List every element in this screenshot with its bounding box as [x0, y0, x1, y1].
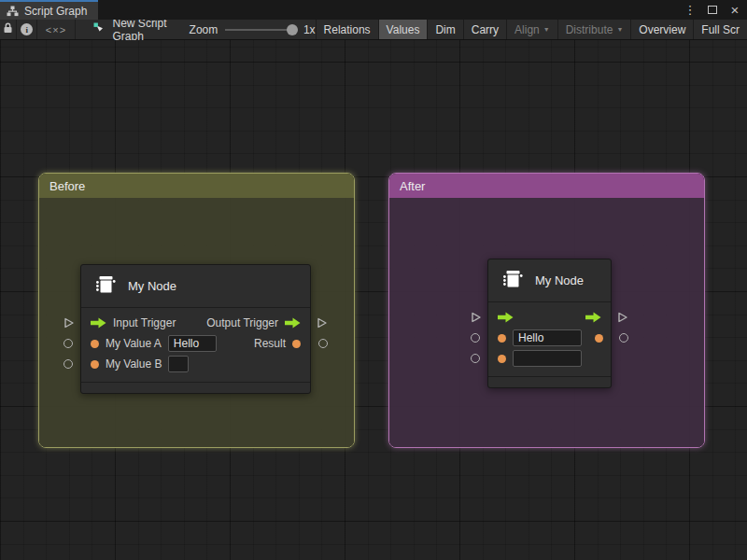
kebab-menu-icon: ⋮ [684, 3, 697, 17]
port-label-output-trigger: Output Trigger [206, 316, 278, 329]
graph-toolbar: i <×> New Script Graph Zoom 1x Relations… [0, 20, 747, 40]
value-port-icon[interactable] [91, 360, 99, 369]
value-port-icon[interactable] [595, 334, 603, 343]
value-a-input[interactable] [168, 335, 217, 352]
graph-canvas[interactable]: Before After My Node [0, 40, 747, 560]
zoom-label: Zoom [190, 23, 218, 36]
lock-button[interactable] [0, 20, 17, 39]
fullscreen-button[interactable]: Full Scr [693, 20, 747, 39]
port-label-result: Result [254, 337, 286, 350]
port-row-triggers [488, 307, 611, 328]
values-button[interactable]: Values [378, 20, 428, 39]
overview-button[interactable]: Overview [630, 20, 693, 39]
distribute-button[interactable]: Distribute ▼ [557, 20, 631, 39]
port-row-value-b [488, 348, 611, 369]
node-header[interactable]: My Node [488, 259, 611, 302]
close-button[interactable]: × [726, 2, 743, 19]
port-label-input-trigger: Input Trigger [113, 316, 176, 329]
node-header[interactable]: My Node [81, 265, 310, 308]
node-footer [488, 376, 611, 387]
value-output-connector[interactable] [619, 333, 628, 343]
value-input-connector[interactable] [63, 359, 73, 369]
chevron-down-icon: ▼ [616, 26, 623, 33]
port-label-my-value-b: My Value B [106, 357, 162, 371]
flow-port-icon[interactable] [585, 312, 601, 323]
maximize-button[interactable] [704, 2, 721, 19]
value-b-input[interactable] [168, 356, 189, 372]
node-footer [81, 382, 310, 393]
flow-port-icon[interactable] [285, 317, 301, 329]
flow-input-connector[interactable] [63, 317, 75, 329]
align-button[interactable]: Align ▼ [506, 20, 557, 39]
group-before-label: Before [49, 179, 85, 193]
value-port-icon[interactable] [498, 355, 506, 363]
port-row-value-b: My Value B [81, 354, 310, 374]
code-icon: <×> [46, 24, 66, 35]
group-after-header[interactable]: After [389, 174, 704, 198]
zoom-value: 1x [303, 23, 316, 36]
value-port-icon[interactable] [292, 340, 301, 348]
group-before-header[interactable]: Before [39, 174, 354, 198]
tab-label: Script Graph [24, 5, 87, 18]
value-output-connector[interactable] [318, 339, 328, 348]
flow-port-icon[interactable] [91, 317, 106, 329]
graph-name-label: New Script Graph [113, 17, 190, 43]
port-label-my-value-a: My Value A [106, 337, 162, 350]
group-after-label: After [400, 179, 425, 193]
maximize-icon [708, 6, 717, 14]
flow-output-connector[interactable] [617, 312, 628, 324]
close-icon: × [731, 2, 740, 18]
value-port-icon[interactable] [498, 334, 506, 343]
dim-button[interactable]: Dim [427, 20, 462, 39]
value-input-connector[interactable] [471, 333, 480, 343]
lock-icon [3, 22, 13, 36]
info-icon: i [21, 23, 33, 35]
node-title: My Node [535, 273, 584, 287]
value-input-connector[interactable] [471, 354, 480, 363]
flow-port-icon[interactable] [498, 312, 514, 323]
flow-input-connector[interactable] [471, 312, 482, 324]
window-menu-button[interactable]: ⋮ [682, 2, 698, 19]
node-title: My Node [128, 279, 176, 293]
relations-button[interactable]: Relations [316, 20, 378, 39]
code-preview-button[interactable]: <×> [37, 20, 75, 39]
unit-icon [500, 267, 525, 294]
port-row-value-a [488, 328, 611, 348]
window-tab-bar: Script Graph ⋮ × [0, 0, 747, 20]
value-input-connector[interactable] [63, 339, 73, 348]
script-graph-icon [7, 6, 19, 17]
info-button[interactable]: i [17, 20, 37, 39]
node-after-my-node[interactable]: My Node [487, 259, 612, 388]
carry-button[interactable]: Carry [463, 20, 506, 39]
zoom-slider-handle[interactable] [287, 24, 298, 35]
unit-icon [93, 273, 118, 300]
zoom-slider[interactable] [225, 29, 296, 31]
value-a-input[interactable] [513, 329, 582, 346]
graph-asset-icon [92, 21, 106, 37]
flow-output-connector[interactable] [317, 317, 328, 329]
value-b-input[interactable] [513, 350, 582, 367]
port-row-triggers: Input Trigger Output Trigger [81, 313, 310, 333]
chevron-down-icon: ▼ [543, 26, 550, 33]
tab-script-graph[interactable]: Script Graph [0, 0, 98, 20]
port-row-value-a: My Value A Result [81, 333, 310, 354]
value-port-icon[interactable] [91, 340, 99, 348]
node-before-my-node[interactable]: My Node Input Trigger Output Trigger [80, 264, 311, 394]
